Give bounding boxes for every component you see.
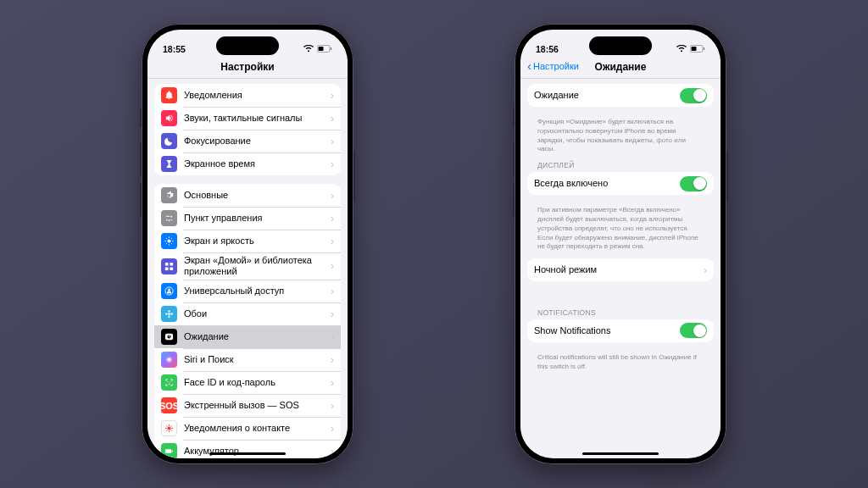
- notifications-header: NOTIFICATIONS: [527, 308, 714, 319]
- back-button[interactable]: ‹ Настройки: [527, 60, 579, 72]
- settings-row-general[interactable]: Основные›: [154, 184, 341, 207]
- standby-row[interactable]: Ожидание: [527, 84, 714, 107]
- svg-rect-15: [170, 267, 173, 270]
- phone-mockup-left: 18:55 Настройки Уведомления›Звуки, такти…: [142, 24, 353, 464]
- home-indicator[interactable]: [209, 452, 286, 456]
- chevron-right-icon: ›: [326, 158, 334, 170]
- row-label: Ожидание: [184, 331, 326, 342]
- wifi-icon: [676, 45, 687, 53]
- always-on-row[interactable]: Всегда включено: [527, 172, 714, 195]
- settings-row-screentime[interactable]: Экранное время›: [154, 152, 341, 175]
- chevron-left-icon: ‹: [527, 59, 531, 72]
- night-mode-row[interactable]: Ночной режим ›: [527, 258, 714, 281]
- svg-rect-41: [692, 47, 697, 51]
- show-notifications-row[interactable]: Show Notifications: [527, 319, 714, 342]
- gear-icon: [161, 187, 177, 203]
- svg-point-29: [167, 427, 170, 430]
- row-label: Уведомления: [184, 90, 326, 101]
- settings-row-home-screen[interactable]: Экран «Домой» и библиотека приложений›: [154, 252, 341, 280]
- clock-icon: [161, 329, 177, 345]
- show-notifications-switch[interactable]: [680, 323, 707, 338]
- settings-row-battery[interactable]: Аккумулятор›: [154, 440, 341, 458]
- sun-icon: [161, 233, 177, 249]
- chevron-right-icon: ›: [326, 236, 334, 247]
- svg-point-22: [170, 313, 173, 316]
- settings-row-sos[interactable]: SOSЭкстренный вызов — SOS›: [154, 394, 341, 417]
- row-label: Уведомления о контакте: [184, 423, 326, 434]
- grid-icon: [161, 258, 177, 274]
- siri-icon: [161, 352, 177, 368]
- dynamic-island: [589, 36, 652, 55]
- row-label: Фокусирование: [184, 136, 326, 147]
- sos-icon: SOS: [161, 397, 177, 413]
- battery-icon: [317, 45, 332, 53]
- row-label: Универсальный доступ: [184, 286, 326, 297]
- battery-icon: [161, 443, 177, 458]
- chevron-right-icon: ›: [326, 400, 334, 412]
- settings-row-wallpaper[interactable]: Обои›: [154, 302, 341, 325]
- settings-row-notifications[interactable]: Уведомления›: [154, 84, 341, 107]
- svg-line-8: [166, 238, 167, 239]
- settings-row-display[interactable]: Экран и яркость›: [154, 230, 341, 252]
- settings-row-standby[interactable]: Ожидание›: [154, 325, 341, 348]
- svg-rect-14: [165, 267, 169, 270]
- svg-rect-1: [319, 47, 324, 51]
- settings-row-siri[interactable]: Siri и Поиск›: [154, 348, 341, 371]
- chevron-right-icon: ›: [326, 308, 334, 320]
- settings-list[interactable]: Уведомления›Звуки, тактильные сигналы›Фо…: [147, 79, 348, 458]
- show-notifications-label: Show Notifications: [534, 325, 680, 336]
- row-label: Пункт управления: [184, 213, 326, 224]
- speaker-icon: [161, 110, 177, 126]
- settings-row-control-center[interactable]: Пункт управления›: [154, 207, 341, 230]
- standby-switch[interactable]: [680, 88, 707, 103]
- display-header: ДИСПЛЕЙ: [527, 161, 714, 172]
- standby-footer: Функция «Ожидание» будет включаться на г…: [527, 115, 714, 161]
- chevron-right-icon: ›: [326, 354, 334, 366]
- chevron-right-icon: ›: [326, 213, 334, 225]
- night-mode-group: Ночной режим ›: [527, 258, 714, 281]
- wifi-icon: [303, 45, 314, 53]
- svg-line-9: [171, 243, 172, 244]
- switches-icon: [161, 210, 177, 226]
- dynamic-island: [216, 36, 279, 55]
- settings-row-sounds[interactable]: Звуки, тактильные сигналы›: [154, 107, 341, 130]
- row-label: Экранное время: [184, 158, 326, 169]
- chevron-right-icon: ›: [698, 264, 707, 276]
- battery-icon: [690, 45, 705, 53]
- chevron-right-icon: ›: [326, 446, 334, 458]
- svg-line-11: [171, 238, 172, 239]
- svg-point-27: [167, 381, 168, 382]
- svg-point-26: [167, 358, 170, 362]
- navbar: Настройки: [147, 59, 348, 79]
- svg-rect-39: [172, 451, 173, 452]
- home-indicator[interactable]: [582, 452, 659, 456]
- settings-row-focus[interactable]: Фокусирование›: [154, 130, 341, 152]
- svg-point-20: [168, 316, 170, 319]
- chevron-right-icon: ›: [326, 331, 334, 343]
- navbar: ‹ Настройки Ожидание: [520, 59, 721, 79]
- virus-icon: [161, 420, 177, 436]
- row-label: Обои: [184, 308, 326, 319]
- svg-point-28: [170, 381, 171, 382]
- svg-rect-13: [170, 263, 173, 266]
- settings-row-accessibility[interactable]: Универсальный доступ›: [154, 280, 341, 302]
- bell-icon: [161, 87, 177, 103]
- status-time: 18:55: [163, 44, 186, 54]
- svg-rect-38: [165, 450, 171, 454]
- hourglass-icon: [161, 156, 177, 172]
- standby-settings[interactable]: Ожидание Функция «Ожидание» будет включа…: [520, 79, 721, 458]
- flower-icon: [161, 306, 177, 322]
- svg-point-18: [168, 313, 170, 316]
- screen: 18:55 Настройки Уведомления›Звуки, такти…: [147, 30, 348, 458]
- chevron-right-icon: ›: [326, 190, 334, 202]
- always-on-switch[interactable]: [680, 176, 707, 191]
- standby-toggle-group: Ожидание: [527, 84, 714, 107]
- chevron-right-icon: ›: [326, 423, 334, 435]
- settings-row-faceid[interactable]: Face ID и код-пароль›: [154, 371, 341, 394]
- svg-point-17: [168, 289, 170, 291]
- row-label: Siri и Поиск: [184, 354, 326, 365]
- svg-rect-2: [331, 47, 331, 50]
- row-label: Звуки, тактильные сигналы: [184, 113, 326, 124]
- settings-group-2: Основные›Пункт управления›Экран и яркост…: [154, 184, 341, 458]
- settings-row-contact-notify[interactable]: Уведомления о контакте›: [154, 417, 341, 440]
